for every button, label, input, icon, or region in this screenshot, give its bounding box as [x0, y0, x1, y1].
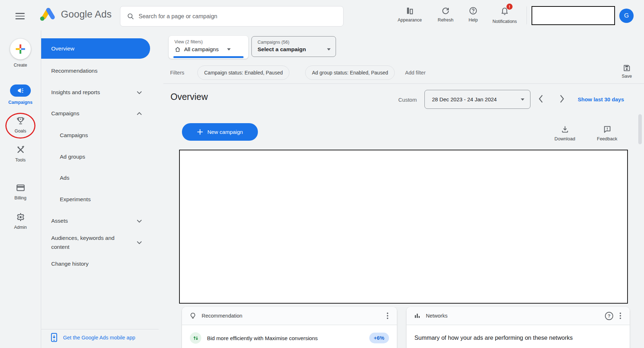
- google-ads-logo: Google Ads: [39, 6, 112, 22]
- vertical-scrollbar[interactable]: [638, 114, 642, 144]
- appearance-button[interactable]: Appearance: [394, 6, 426, 23]
- sidebar-item-label: Recommendations: [51, 68, 97, 74]
- sidebar-item-label: Experiments: [60, 196, 91, 202]
- recommendation-text: Bid more efficiently with Maximise conve…: [207, 335, 364, 341]
- bar-chart-icon: [414, 312, 421, 319]
- sidebar-item-ads[interactable]: Ads: [60, 175, 69, 181]
- tools-icon: [16, 145, 25, 155]
- mobile-app-link[interactable]: Get the Google Ads mobile app: [50, 332, 135, 343]
- overview-chart-area-redacted: [179, 150, 628, 304]
- page-title: Overview: [170, 92, 208, 102]
- sidebar-item-assets[interactable]: Assets: [51, 218, 142, 224]
- sidebar-item-label: Ad groups: [60, 154, 85, 160]
- rail-item-billing[interactable]: Billing: [10, 183, 31, 200]
- sidebar-item-ad-groups[interactable]: Ad groups: [60, 154, 85, 160]
- campaign-selector-value: Select a campaign: [258, 46, 306, 53]
- chevron-down-icon: [137, 91, 142, 94]
- sidebar-item-label: Campaigns: [51, 110, 79, 117]
- date-prev-button[interactable]: [538, 95, 543, 105]
- sidebar-item-label: Audiences, keywords and content: [51, 233, 129, 251]
- megaphone-icon: [17, 87, 24, 94]
- google-ads-logo-icon: [39, 6, 56, 22]
- filter-chip-campaign-status[interactable]: Campaign status: Enabled, Paused: [197, 66, 289, 80]
- rail-item-goals[interactable]: Goals: [10, 116, 31, 134]
- sidebar-item-label: Overview: [51, 45, 75, 52]
- help-icon: [468, 6, 478, 15]
- download-label: Download: [554, 136, 575, 141]
- view-selector-active-indicator: [173, 56, 244, 58]
- help-circle-icon[interactable]: ?: [605, 312, 613, 320]
- download-button[interactable]: Download: [553, 125, 577, 141]
- help-label: Help: [468, 18, 478, 23]
- rail-item-tools[interactable]: Tools: [10, 145, 31, 163]
- chevron-left-icon: [538, 95, 543, 103]
- bid-adjust-arrows-icon: [192, 335, 199, 342]
- dropdown-arrow-icon: [227, 48, 231, 50]
- sidebar-item-audiences-keywords-content[interactable]: Audiences, keywords and content: [51, 233, 142, 251]
- sidebar-item-label: Change history: [51, 261, 88, 267]
- mobile-phone-download-icon: [50, 332, 58, 343]
- sidebar-item-experiments[interactable]: Experiments: [60, 196, 91, 203]
- lightbulb-icon: [189, 312, 197, 320]
- plus-icon: [197, 129, 203, 135]
- sidebar-item-campaigns[interactable]: Campaigns: [60, 132, 88, 139]
- recommendation-card-title: Recommendation: [202, 313, 242, 319]
- show-last-30-days-link[interactable]: Show last 30 days: [578, 96, 624, 102]
- tools-label: Tools: [15, 158, 25, 163]
- sidebar-bottom-divider: [41, 329, 159, 329]
- account-avatar[interactable]: G: [619, 9, 634, 23]
- download-icon: [561, 125, 569, 134]
- add-filter-button[interactable]: Add filter: [405, 70, 426, 76]
- refresh-label: Refresh: [438, 18, 453, 23]
- toolbar-divider: [163, 83, 644, 84]
- campaign-selector-label: Campaigns (56): [258, 40, 331, 45]
- chevron-down-icon: [137, 241, 142, 244]
- recommendation-uplift-badge: +6%: [369, 333, 389, 343]
- sidebar-item-change-history[interactable]: Change history: [51, 261, 88, 267]
- global-search[interactable]: [120, 6, 343, 26]
- main-menu-icon[interactable]: [15, 11, 25, 21]
- filters-label: Filters: [170, 70, 184, 76]
- date-range-picker[interactable]: 28 Dec 2023 - 24 Jan 2024: [424, 90, 530, 109]
- rail-item-create[interactable]: Create: [10, 39, 31, 68]
- mobile-app-link-label: Get the Google Ads mobile app: [63, 335, 135, 340]
- chevron-up-icon: [137, 112, 142, 115]
- save-button[interactable]: Save: [619, 64, 635, 79]
- refresh-icon: [441, 6, 450, 15]
- recommendation-item[interactable]: Bid more efficiently with Maximise conve…: [182, 325, 397, 344]
- sidebar-item-campaigns-group[interactable]: Campaigns: [51, 110, 142, 117]
- sidebar-item-insights-and-reports[interactable]: Insights and reports: [51, 89, 142, 96]
- filter-chip-label: Ad group status: Enabled, Paused: [312, 70, 388, 76]
- search-input[interactable]: [139, 13, 332, 20]
- account-divider: [527, 6, 527, 24]
- appearance-label: Appearance: [398, 18, 422, 23]
- goals-label: Goals: [15, 129, 27, 134]
- dropdown-arrow-icon: [521, 98, 524, 101]
- sidebar-item-recommendations[interactable]: Recommendations: [51, 68, 97, 74]
- avatar-initial: G: [624, 12, 629, 19]
- more-options-icon[interactable]: [618, 311, 623, 320]
- feedback-label: Feedback: [597, 136, 617, 141]
- notifications-button[interactable]: ! Notifications: [489, 6, 521, 24]
- view-selector-label: View (2 filters): [174, 39, 243, 44]
- networks-card-title: Networks: [426, 313, 447, 319]
- gear-icon: [16, 212, 25, 222]
- filter-chip-ad-group-status[interactable]: Ad group status: Enabled, Paused: [305, 66, 395, 80]
- sidebar-item-overview[interactable]: Overview: [41, 38, 150, 59]
- sidebar-item-label: Insights and reports: [51, 89, 100, 96]
- feedback-button[interactable]: Feedback: [595, 125, 620, 141]
- help-button[interactable]: Help: [457, 6, 489, 23]
- trophy-icon: [16, 116, 25, 126]
- rail-item-admin[interactable]: Admin: [10, 212, 31, 230]
- view-selector-value: All campaigns: [184, 46, 219, 53]
- new-campaign-button[interactable]: New campaign: [182, 123, 258, 141]
- product-name: Google Ads: [61, 9, 112, 20]
- more-options-icon[interactable]: [385, 311, 390, 320]
- account-info-box[interactable]: [532, 6, 615, 25]
- search-icon: [127, 13, 134, 20]
- campaign-selector[interactable]: Campaigns (56) Select a campaign: [251, 36, 336, 57]
- create-plus-icon: [15, 44, 25, 54]
- date-next-button[interactable]: [559, 95, 564, 105]
- rail-item-campaigns[interactable]: Campaigns: [10, 84, 31, 105]
- view-selector[interactable]: View (2 filters) All campaigns: [169, 36, 248, 59]
